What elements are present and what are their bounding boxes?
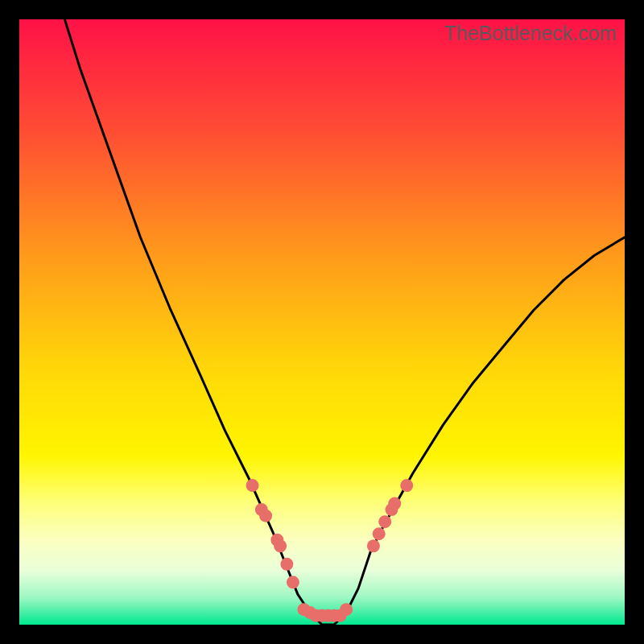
data-marker: [259, 510, 272, 522]
data-marker: [340, 603, 353, 616]
data-marker: [388, 497, 401, 510]
data-marker: [367, 539, 380, 552]
watermark-text: TheBottleneck.com: [444, 22, 617, 45]
chart-frame: TheBottleneck.com: [19, 19, 625, 625]
data-marker: [400, 479, 413, 492]
bottleneck-chart: [19, 19, 625, 625]
data-marker: [287, 576, 299, 588]
data-marker: [378, 515, 391, 528]
data-marker: [274, 539, 287, 552]
data-marker: [246, 479, 259, 492]
data-marker: [373, 527, 386, 540]
data-marker: [280, 558, 293, 571]
gradient-background: [19, 19, 625, 625]
